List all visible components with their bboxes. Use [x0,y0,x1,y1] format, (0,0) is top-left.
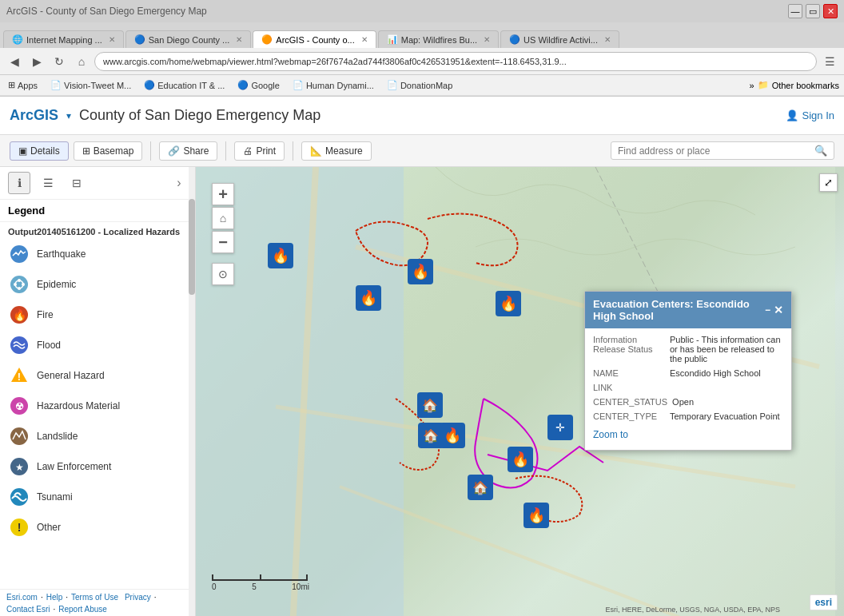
print-button[interactable]: 🖨 Print [234,141,285,161]
popup-field-name: NAME Escondido High School [593,368,783,378]
sidebar-tab-list[interactable]: ☰ [37,172,59,194]
earthquake-label: Earthquake [37,248,86,260]
flood-label: Flood [37,340,61,351]
svg-point-3 [18,279,21,282]
fire-marker-2[interactable]: 🔥 [356,285,381,311]
svg-point-9 [10,336,28,354]
arcgis-dropdown-icon[interactable]: ▾ [66,110,71,121]
help-link[interactable]: Help [46,593,63,602]
tab-close-icon[interactable]: ✕ [109,35,115,44]
legend-item-tsunami[interactable]: Tsunami [0,482,195,512]
details-button[interactable]: ▣ Details [10,141,69,161]
zoom-out-button[interactable]: − [212,231,234,253]
popup-controls: − ✕ [765,304,783,316]
zoom-to-link[interactable]: Zoom to [593,426,783,443]
locate-button[interactable]: ⊙ [212,263,234,285]
zoom-in-button[interactable]: + [212,183,234,205]
legend-item-flood[interactable]: Flood [0,330,195,360]
legend-item-other[interactable]: ! Other [0,512,195,542]
evac-marker-3[interactable]: 🏠 [468,475,493,500]
forward-button[interactable]: ▶ [27,52,46,71]
menu-button[interactable]: ☰ [820,52,839,71]
scale-ruler-container [212,574,309,581]
bookmark-donation-map[interactable]: 📄 DonationMap [384,78,456,92]
bookmark-human-dynamics[interactable]: 📄 Human Dynami... [289,78,377,92]
fire-marker-4[interactable]: 🔥 [496,291,521,316]
bookmark-education-it[interactable]: 🔵 Education IT & ... [141,78,228,92]
popup-close-button[interactable]: ✕ [774,304,783,316]
refresh-button[interactable]: ↻ [50,52,69,71]
popup-field-center-status: CENTER_STATUS Open [593,397,783,407]
restore-button[interactable]: ▭ [806,4,820,18]
move-marker-1[interactable]: ✛ [547,415,573,440]
basemap-label: Basemap [94,145,134,157]
scrollbar-thumb[interactable] [189,199,195,295]
contact-esri-link[interactable]: Contact Esri [6,605,50,614]
sidebar-collapse-button[interactable]: › [171,175,187,191]
address-bar[interactable] [94,52,817,71]
legend-item-landslide[interactable]: Landslide [0,421,195,451]
tab-arcgis[interactable]: 🟠 ArcGIS - County o... ✕ [253,30,376,48]
search-icon[interactable]: 🔍 [814,145,827,157]
sidebar-tab-bar: ℹ ☰ ⊟ › [0,167,195,200]
back-button[interactable]: ◀ [5,52,24,71]
search-input[interactable] [618,145,810,157]
sign-in-button[interactable]: 👤 Sign In [786,109,834,121]
bookmark-google[interactable]: 🔵 Google [234,78,282,92]
share-button[interactable]: 🔗 Share [159,141,217,161]
sidebar-tab-layers[interactable]: ⊟ [66,172,88,194]
fire-legend-icon: 🔥 [8,304,30,326]
other-label: Other [37,522,61,533]
tab-close-icon[interactable]: ✕ [236,35,242,44]
bookmark-apps[interactable]: ⊞ Apps [5,78,41,92]
tab-close-icon[interactable]: ✕ [604,35,611,44]
legend-item-earthquake[interactable]: Earthquake [0,239,195,269]
fire-marker-5[interactable]: 🔥 [440,423,465,448]
tab-bar: 🌐 Internet Mapping ... ✕ 🔵 San Diego Cou… [0,22,844,48]
measure-button[interactable]: 📐 Measure [301,141,372,161]
search-box[interactable]: 🔍 [611,141,834,160]
popup-minimize-button[interactable]: − [765,304,770,316]
popup-val-center-type: Temporary Evacuation Point [670,411,780,421]
close-button[interactable]: ✕ [823,4,838,18]
legend-item-fire[interactable]: 🔥 Fire [0,300,195,330]
terms-link[interactable]: Terms of Use [71,593,118,602]
tab-san-diego[interactable]: 🔵 San Diego County ... ✕ [125,30,252,48]
fire-marker-3[interactable]: 🔥 [408,259,433,284]
svg-point-4 [18,287,21,290]
fire-marker-1[interactable]: 🔥 [268,243,293,268]
tab-close-icon[interactable]: ✕ [361,35,368,44]
map-area[interactable]: + ⌂ − ⊙ ⤢ 🔥 🔥 🔥 🔥 🏠 🏠 🔥 🔥 🏠 ✛ 🔥 [196,167,844,616]
tab-internet-mapping[interactable]: 🌐 Internet Mapping ... ✕ [3,30,124,48]
basemap-button[interactable]: ⊞ Basemap [74,141,143,161]
legend-item-hazardous-material[interactable]: ☢ Hazardous Material [0,391,195,421]
details-label: Details [30,145,60,157]
report-abuse-link[interactable]: Report Abuse [58,605,107,614]
legend-item-epidemic[interactable]: Epidemic [0,269,195,300]
map-expand-button[interactable]: ⤢ [819,173,838,192]
home-button[interactable]: ⌂ [72,52,91,71]
esri-link[interactable]: Esri.com [6,593,38,602]
fire-marker-6[interactable]: 🔥 [508,447,533,472]
arcgis-logo[interactable]: ArcGIS ▾ [10,107,71,124]
bookmark-vision-tweet[interactable]: 📄 Vision-Tweet M... [47,78,134,92]
tab-wildfires[interactable]: 📊 Map: Wildfires Bu... ✕ [378,30,499,48]
esri-logo[interactable]: esri [810,594,838,610]
legend-item-general-hazard[interactable]: ! General Hazard [0,360,195,391]
legend-item-law-enforcement[interactable]: ★ Law Enforcement [0,451,195,482]
home-extent-button[interactable]: ⌂ [212,207,234,229]
minimize-button[interactable]: — [788,4,802,18]
privacy-link[interactable]: Privacy [125,593,151,602]
browser-chrome: ArcGIS - County of San Diego Emergency M… [0,0,844,97]
nav-bar: ◀ ▶ ↻ ⌂ ☰ [0,48,844,75]
other-bookmarks[interactable]: Other bookmarks [772,81,839,90]
more-bookmarks-button[interactable]: » [750,81,754,90]
details-icon: ▣ [18,145,27,157]
sidebar-tab-info[interactable]: ℹ [8,172,30,194]
sidebar-scrollbar[interactable] [189,167,195,616]
legend-title: Legend [0,200,195,222]
fire-marker-7[interactable]: 🔥 [524,503,549,528]
tab-close-icon[interactable]: ✕ [484,35,490,44]
tab-us-wildfire[interactable]: 🔵 US Wildfire Activi... ✕ [500,30,619,48]
evac-marker-1[interactable]: 🏠 [417,392,443,418]
